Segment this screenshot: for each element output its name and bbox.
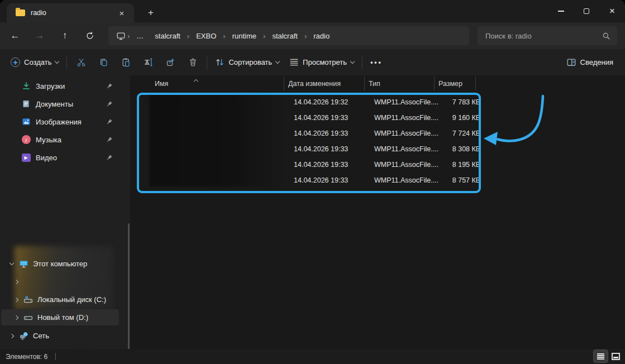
more-options-button[interactable]: •••	[365, 52, 388, 73]
create-button[interactable]: + Создать	[6, 52, 64, 73]
pin-icon[interactable]	[106, 118, 113, 126]
paste-icon	[121, 58, 131, 67]
search-box[interactable]	[478, 26, 617, 45]
breadcrumb-item-current[interactable]: radio	[308, 30, 335, 42]
documents-icon	[21, 99, 31, 109]
breadcrumb-item[interactable]: stalcraft	[150, 30, 185, 42]
column-header-date[interactable]: Дата изменения	[284, 76, 364, 90]
breadcrumb-separator: ›	[304, 32, 307, 40]
sort-label: Сортировать	[228, 58, 272, 66]
chevron-right-icon[interactable]	[12, 298, 20, 301]
drive-c-icon	[23, 295, 33, 304]
search-icon[interactable]	[602, 32, 610, 40]
details-view-toggle[interactable]	[594, 350, 608, 362]
pictures-icon	[21, 117, 31, 127]
pin-icon[interactable]	[106, 136, 113, 143]
tree-item-redacted[interactable]	[1, 274, 119, 290]
file-list-area: Имя Дата изменения Тип Размер 14.04.2026…	[130, 75, 625, 349]
sort-icon	[215, 58, 225, 67]
tree-item-network[interactable]: Сеть	[1, 328, 119, 344]
details-label: Сведения	[580, 58, 613, 66]
sort-ascending-icon	[194, 77, 198, 85]
delete-button[interactable]	[182, 52, 204, 73]
rename-button[interactable]	[137, 52, 159, 73]
sidebar-item-videos[interactable]: ▶ Видео	[2, 149, 120, 166]
file-explorer-window: radio × + × ← → ↑ › … stalcraft ›	[0, 0, 625, 364]
trash-icon	[188, 58, 198, 67]
chevron-down-icon[interactable]	[8, 263, 16, 265]
details-pane-button[interactable]: Сведения	[561, 52, 618, 73]
downloads-icon	[21, 82, 31, 91]
toolbar-separator	[362, 56, 362, 69]
drive-d-icon	[23, 313, 33, 322]
sidebar-item-label: Видео	[36, 154, 57, 162]
back-button[interactable]: ←	[5, 26, 25, 46]
share-button[interactable]	[159, 52, 182, 73]
tree-item-drive-c[interactable]: Локальный диск (C:)	[1, 291, 119, 308]
chevron-right-icon[interactable]	[8, 334, 16, 338]
share-icon	[166, 58, 175, 67]
sidebar-item-label: Изображения	[36, 118, 82, 126]
cut-button[interactable]	[70, 52, 92, 73]
pin-icon[interactable]	[106, 100, 113, 108]
breadcrumb-item[interactable]: EXBO	[191, 30, 221, 42]
thumbnail-view-icon	[612, 353, 620, 360]
breadcrumb-item[interactable]: runtime	[227, 30, 261, 42]
explorer-tab[interactable]: radio ×	[7, 3, 134, 22]
sidebar-item-downloads[interactable]: Загрузки	[2, 78, 120, 94]
tab-close-button[interactable]: ×	[115, 6, 128, 20]
minimize-button[interactable]	[548, 0, 574, 22]
refresh-icon	[85, 31, 94, 40]
search-input[interactable]	[480, 32, 602, 40]
address-bar[interactable]: › … stalcraft › EXBO › runtime › stalcra…	[108, 26, 469, 45]
breadcrumb-separator: ›	[222, 32, 226, 40]
breadcrumb-item[interactable]: stalcraft	[267, 30, 303, 42]
breadcrumb-overflow[interactable]: …	[131, 30, 149, 42]
column-header-name[interactable]: Имя	[137, 76, 284, 90]
new-tab-button[interactable]: +	[144, 6, 158, 20]
forward-button[interactable]: →	[30, 26, 50, 46]
rename-icon	[144, 58, 153, 67]
details-pane-icon	[566, 58, 576, 67]
copy-button[interactable]	[92, 52, 114, 73]
maximize-button[interactable]	[574, 0, 599, 22]
maximize-icon	[584, 8, 589, 14]
create-label: Создать	[24, 58, 51, 66]
tree-item-label: Сеть	[33, 332, 49, 340]
details-view-icon	[597, 353, 604, 360]
up-button[interactable]: ↑	[55, 26, 75, 46]
minimize-icon	[558, 11, 564, 11]
refresh-button[interactable]	[80, 26, 100, 46]
command-bar: + Создать	[0, 49, 625, 75]
status-bar: Элементов: 6	[0, 349, 625, 364]
chevron-down-icon	[55, 59, 59, 64]
navigation-bar: ← → ↑ › … stalcraft › EXBO › runtime › s…	[0, 22, 625, 49]
tree-item-label: Новый том (D:)	[37, 313, 88, 322]
sidebar-item-music[interactable]: ♪ Музыка	[2, 131, 120, 148]
pin-icon[interactable]	[106, 83, 113, 90]
column-header-size[interactable]: Размер	[434, 76, 475, 90]
highlight-selection-box	[137, 93, 481, 193]
sidebar-scrollbar[interactable]	[128, 223, 130, 364]
close-button[interactable]: ×	[599, 0, 625, 22]
sidebar-item-pictures[interactable]: Изображения	[2, 113, 120, 130]
chevron-right-icon[interactable]	[12, 316, 20, 319]
this-pc-icon	[116, 31, 126, 41]
sidebar-item-documents[interactable]: Документы	[2, 95, 120, 112]
tree-item-drive-d[interactable]: Новый том (D:)	[1, 309, 119, 325]
tab-title: radio	[31, 9, 115, 17]
tree-item-label: Локальный диск (C:)	[37, 295, 106, 304]
column-label: Размер	[438, 80, 462, 88]
paste-button[interactable]	[114, 52, 137, 73]
breadcrumb-separator: ›	[263, 32, 266, 40]
chevron-right-icon[interactable]	[12, 280, 20, 284]
sort-button[interactable]: Сортировать	[210, 52, 284, 73]
pin-icon[interactable]	[106, 154, 113, 161]
view-button[interactable]: Просмотреть	[284, 52, 359, 73]
column-header-type[interactable]: Тип	[364, 76, 434, 90]
toolbar-separator	[207, 56, 207, 69]
thumbnail-view-toggle[interactable]	[609, 350, 623, 362]
view-label: Просмотреть	[303, 58, 347, 66]
folder-icon	[16, 9, 25, 16]
tree-item-this-pc[interactable]: Этот компьютер	[1, 256, 119, 272]
